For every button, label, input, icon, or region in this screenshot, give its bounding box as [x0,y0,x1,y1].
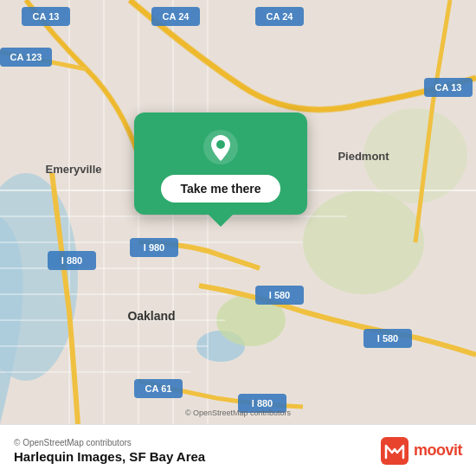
popup-card: Take me there [134,113,307,215]
copyright-text: © OpenStreetMap contributors [14,438,205,447]
location-name: Harlequin Images, SF Bay Area [14,449,205,464]
map-container: CA 13 CA 24 CA 24 CA 13 CA 123 I 980 I 5… [0,0,476,424]
svg-text:CA 61: CA 61 [145,383,172,394]
svg-text:Emeryville: Emeryville [45,163,101,176]
svg-point-46 [216,140,225,149]
location-info: © OpenStreetMap contributors Harlequin I… [14,438,205,464]
svg-text:Piedmont: Piedmont [338,150,389,163]
moovit-brand-text: moovit [414,441,462,460]
svg-text:CA 13: CA 13 [33,11,60,22]
svg-text:CA 24: CA 24 [267,11,294,22]
svg-text:© OpenStreetMap contributors: © OpenStreetMap contributors [185,408,292,417]
svg-text:I 880: I 880 [252,398,273,408]
take-me-there-button[interactable]: Take me there [161,175,280,203]
moovit-icon [381,437,408,465]
svg-text:Oakland: Oakland [127,309,175,323]
svg-text:CA 123: CA 123 [10,52,42,62]
svg-text:CA 24: CA 24 [163,11,190,22]
svg-text:I 580: I 580 [269,290,290,300]
svg-text:I 880: I 880 [61,255,82,266]
svg-point-4 [303,190,424,294]
moovit-logo: moovit [381,437,462,465]
svg-text:CA 13: CA 13 [435,82,462,93]
bottom-bar: © OpenStreetMap contributors Harlequin I… [0,424,476,476]
location-pin-icon [202,128,240,166]
svg-text:I 980: I 980 [144,242,164,253]
svg-text:I 580: I 580 [377,333,398,344]
